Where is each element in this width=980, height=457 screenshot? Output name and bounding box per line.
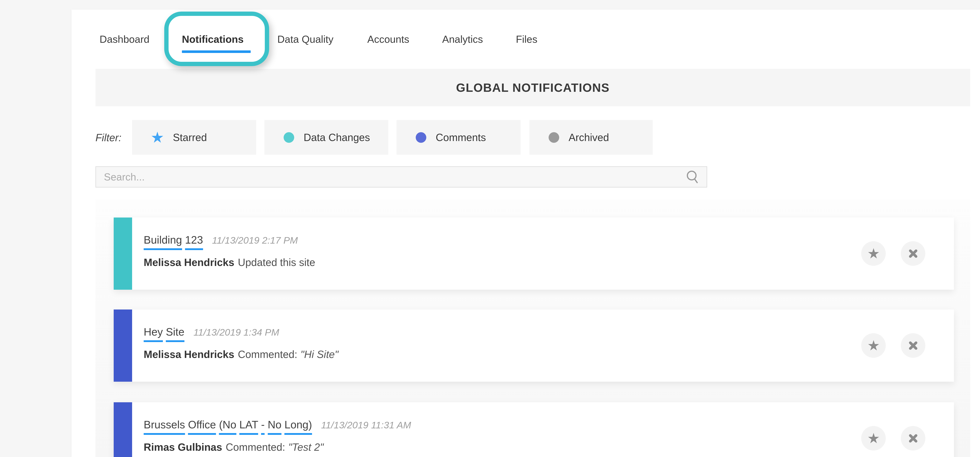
close-icon <box>908 249 918 259</box>
notification-list: Building 123 11/13/2019 2:17 PM Melissa … <box>95 200 970 457</box>
close-icon <box>908 341 918 350</box>
search-input[interactable] <box>96 167 706 187</box>
tab-files[interactable]: Files <box>516 34 538 45</box>
dot-icon <box>549 132 559 143</box>
star-button[interactable] <box>861 426 886 451</box>
star-icon <box>868 340 879 351</box>
notification-card: Building 123 11/13/2019 2:17 PM Melissa … <box>114 217 954 290</box>
tab-analytics[interactable]: Analytics <box>442 34 483 45</box>
filter-row: Filter: Starred Data Changes Comments Ar… <box>95 120 970 155</box>
notification-timestamp: 11/13/2019 11:31 AM <box>321 420 411 430</box>
filter-button-label: Archived <box>569 131 609 143</box>
notification-title-link[interactable]: Brussels Office (No LAT - No Long) <box>144 419 312 431</box>
notification-action: Updated this site <box>238 257 315 268</box>
notification-title-link[interactable]: Hey Site <box>144 326 185 338</box>
star-icon <box>868 248 879 259</box>
section-header-bar: GLOBAL NOTIFICATIONS <box>95 69 970 106</box>
notification-card: Hey Site 11/13/2019 1:34 PM Melissa Hend… <box>114 310 954 382</box>
card-accent-bar <box>114 402 132 457</box>
tab-data-quality[interactable]: Data Quality <box>277 34 333 45</box>
notification-actor: Rimas Gulbinas <box>144 441 222 453</box>
dot-icon <box>416 132 426 143</box>
dismiss-button[interactable] <box>901 241 925 266</box>
dot-icon <box>283 132 294 143</box>
active-tab-underline <box>182 50 251 53</box>
notification-title-link[interactable]: Building 123 <box>144 233 203 246</box>
filter-button-archived[interactable]: Archived <box>530 120 653 155</box>
filter-label: Filter: <box>95 131 121 143</box>
notification-timestamp: 11/13/2019 1:34 PM <box>194 327 279 338</box>
filter-button-starred[interactable]: Starred <box>132 120 256 155</box>
search-bar <box>95 166 707 187</box>
star-icon <box>151 132 164 143</box>
dismiss-button[interactable] <box>901 333 925 358</box>
notifications-page: { "colors": { "page_bg": "#f6f6f6", "pan… <box>0 0 980 457</box>
tab-accounts[interactable]: Accounts <box>367 34 409 45</box>
tab-dashboard[interactable]: Dashboard <box>100 34 150 45</box>
notification-quote: "Hi Site" <box>301 348 339 360</box>
filter-button-comments[interactable]: Comments <box>396 120 520 155</box>
content-panel: Dashboard Notifications Data Quality Acc… <box>72 10 980 457</box>
filter-button-label: Starred <box>173 131 207 143</box>
search-icon <box>686 170 700 184</box>
star-icon <box>868 433 879 444</box>
tab-notifications[interactable]: Notifications <box>182 34 243 45</box>
notification-actor: Melissa Hendricks <box>144 348 234 360</box>
notification-quote: "Test 2" <box>288 441 324 453</box>
card-accent-bar <box>114 310 132 382</box>
notification-action: Commented: <box>238 348 298 360</box>
notification-timestamp: 11/13/2019 2:17 PM <box>212 235 298 246</box>
filter-button-label: Comments <box>436 131 486 143</box>
filter-button-data-changes[interactable]: Data Changes <box>264 120 388 155</box>
dismiss-button[interactable] <box>901 426 925 451</box>
filter-button-label: Data Changes <box>304 131 370 143</box>
close-icon <box>908 433 918 443</box>
star-button[interactable] <box>861 333 886 358</box>
notification-action: Commented: <box>226 441 285 453</box>
star-button[interactable] <box>861 241 886 266</box>
page-title: GLOBAL NOTIFICATIONS <box>456 81 609 94</box>
card-accent-bar <box>114 217 132 290</box>
notification-actor: Melissa Hendricks <box>144 257 234 268</box>
notification-card: Brussels Office (No LAT - No Long) 11/13… <box>114 402 954 457</box>
